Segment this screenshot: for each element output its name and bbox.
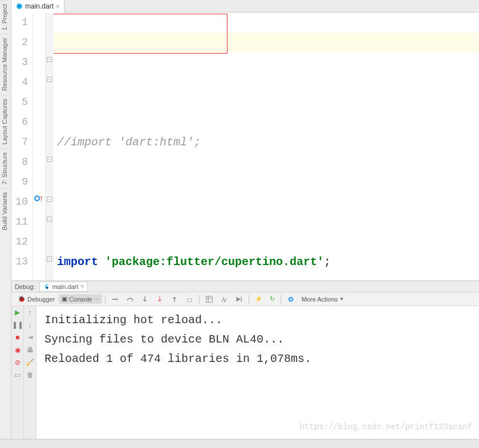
- rail-tab-project[interactable]: 1: Project: [0, 0, 9, 34]
- step-into-icon[interactable]: [138, 294, 152, 304]
- clear-icon[interactable]: 🧹: [26, 359, 34, 366]
- flutter-icon: [43, 283, 50, 290]
- line-number: 3: [11, 52, 28, 72]
- step-over-icon[interactable]: [123, 294, 137, 304]
- line-number: 10: [11, 192, 28, 212]
- mute-breakpoints-icon[interactable]: ⊘: [14, 359, 22, 366]
- dart-file-icon: [16, 3, 23, 10]
- debug-left-controls-2: ↑ ↓ ⇥ 🖶 🧹 🗑: [24, 306, 36, 439]
- watermark-text: https://blog.csdn.net/printf123scanf: [300, 417, 472, 437]
- pause-icon[interactable]: ❚❚: [14, 321, 22, 329]
- fold-toggle-icon[interactable]: −: [47, 217, 52, 222]
- drop-frame-icon[interactable]: [182, 294, 196, 304]
- code-token: import: [57, 255, 98, 268]
- line-number: 11: [11, 212, 28, 232]
- editor-tabbar: main.dart ×: [11, 0, 479, 13]
- fold-toggle-icon[interactable]: −: [47, 256, 52, 262]
- debug-left-controls: ▶ ❚❚ ■ ◉ ⊘ ▭: [11, 306, 24, 439]
- more-actions-dropdown[interactable]: More Actions ▼: [299, 295, 347, 304]
- rerun-icon[interactable]: ▶: [14, 308, 22, 316]
- svg-rect-3: [241, 296, 241, 302]
- evaluate-icon[interactable]: [202, 294, 216, 304]
- code-token: ;: [324, 255, 331, 268]
- hot-restart-icon[interactable]: ↻: [267, 294, 278, 304]
- code-area[interactable]: ↖ //import 'dart:html'; import 'package:…: [54, 13, 479, 280]
- trash-icon[interactable]: 🗑: [26, 371, 34, 379]
- view-breakpoints-icon[interactable]: ◉: [14, 346, 22, 354]
- print-icon[interactable]: 🖶: [26, 346, 34, 354]
- editor-tab-label: main.dart: [25, 2, 54, 10]
- line-number: 2: [11, 32, 28, 52]
- rail-tab-build-variants[interactable]: Build Variants: [0, 188, 9, 234]
- svg-point-5: [290, 298, 292, 300]
- devtools-icon[interactable]: [284, 294, 298, 304]
- rail-tab-layout-captures[interactable]: Layout Captures: [0, 95, 9, 148]
- line-number-gutter: 1 2 3 4 5 6 7 8 9 10 11 12 13: [11, 13, 33, 280]
- hot-reload-icon[interactable]: ⚡: [252, 294, 266, 304]
- line-number: 6: [11, 112, 28, 132]
- debug-label: Debug:: [15, 283, 35, 290]
- debug-tab-label: main.dart: [52, 283, 78, 290]
- console-line: Initializing hot reload...: [44, 311, 471, 330]
- line-number: 12: [11, 232, 28, 252]
- close-icon[interactable]: ×: [56, 3, 59, 10]
- stop-icon[interactable]: ■: [14, 333, 22, 341]
- fold-toggle-icon[interactable]: −: [47, 77, 52, 82]
- line-number: 7: [11, 132, 28, 152]
- arrow-right-icon: →: [94, 296, 99, 302]
- console-output[interactable]: Initializing hot reload... Syncing files…: [36, 306, 479, 439]
- debug-toolbar: 🐞 Debugger ▣ Console → ⚡ ↻ More Actions …: [11, 292, 479, 306]
- fold-toggle-icon[interactable]: −: [47, 57, 52, 62]
- code-token: //import 'dart:html';: [57, 136, 201, 149]
- debugger-tab-button[interactable]: 🐞 Debugger: [15, 294, 58, 304]
- code-token: 'package:flutter/cupertino.dart': [105, 255, 324, 268]
- up-icon[interactable]: ↑: [26, 308, 34, 316]
- line-number: 5: [11, 92, 28, 112]
- debug-header: Debug: main.dart ×: [11, 281, 479, 292]
- line-number: 13: [11, 252, 28, 272]
- chevron-down-icon: ▼: [339, 296, 344, 302]
- left-tool-rail: 1: Project Resource Manager Layout Captu…: [0, 0, 11, 448]
- line-number: 4: [11, 72, 28, 92]
- svg-rect-2: [206, 296, 212, 302]
- debug-panel: Debug: main.dart × 🐞 Debugger ▣ Console …: [11, 280, 479, 439]
- bug-icon: 🐞: [18, 295, 26, 303]
- step-toolbar-icon[interactable]: [108, 294, 122, 304]
- editor-tab-main-dart[interactable]: main.dart ×: [11, 0, 64, 13]
- trace-icon[interactable]: [217, 294, 231, 304]
- fold-column: − − − − − −: [46, 13, 54, 280]
- console-icon: ▣: [62, 295, 67, 303]
- console-line: Syncing files to device BLN AL40...: [44, 330, 471, 349]
- code-editor[interactable]: 1 2 3 4 5 6 7 8 9 10 11 12 13 ↑ − − − − …: [11, 13, 479, 280]
- soft-wrap-icon[interactable]: ⇥: [26, 333, 34, 341]
- console-line: Reloaded 1 of 474 libraries in 1,078ms.: [44, 349, 471, 369]
- line-number: 9: [11, 172, 28, 192]
- gutter-marks: ↑: [33, 13, 46, 280]
- run-to-cursor-icon[interactable]: [232, 294, 246, 304]
- rail-tab-structure[interactable]: 7: Structure: [0, 148, 9, 188]
- close-icon[interactable]: ×: [80, 283, 84, 290]
- console-tab-button[interactable]: ▣ Console →: [59, 294, 102, 304]
- debug-run-config-tab[interactable]: main.dart ×: [39, 282, 88, 292]
- step-out-icon[interactable]: [168, 294, 181, 304]
- fold-toggle-icon[interactable]: −: [47, 157, 52, 162]
- line-number: 8: [11, 152, 28, 172]
- status-bar: [0, 439, 479, 448]
- rail-tab-resource-manager[interactable]: Resource Manager: [0, 34, 9, 95]
- line-number: 1: [11, 13, 28, 32]
- fold-toggle-icon[interactable]: −: [47, 197, 52, 202]
- svg-rect-1: [187, 299, 191, 302]
- debug-body: ▶ ❚❚ ■ ◉ ⊘ ▭ ↑ ↓ ⇥ 🖶 🧹 🗑 Initializing ho…: [11, 306, 479, 439]
- run-to-line-arrow-icon[interactable]: ↑: [39, 194, 44, 204]
- layout-icon[interactable]: ▭: [14, 371, 22, 379]
- step-into-force-icon[interactable]: [153, 294, 167, 304]
- down-icon[interactable]: ↓: [26, 321, 34, 329]
